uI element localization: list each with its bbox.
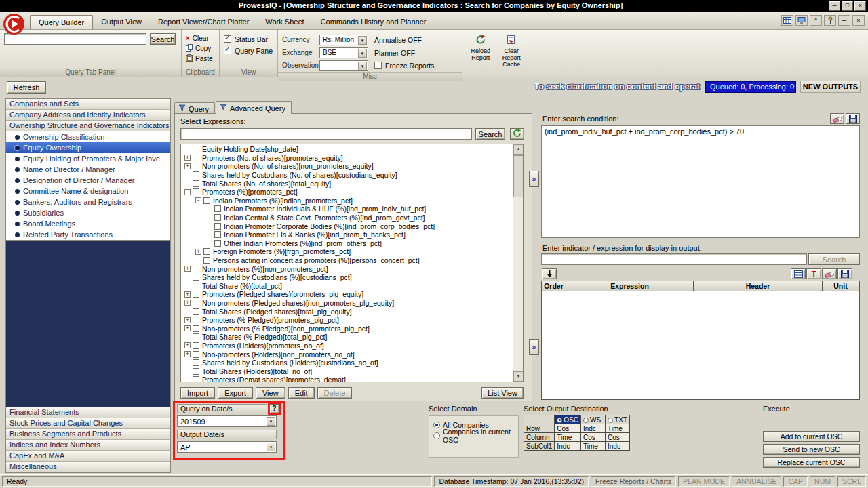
tree-item-promoters-demat-shares[interactable]: Promoters (Demat shares)[promoters_demat… (182, 375, 512, 382)
tree-checkbox[interactable] (203, 248, 210, 255)
sidebar-item-board-meetings[interactable]: Board Meetings (6, 218, 170, 229)
indicator-input[interactable] (541, 253, 807, 265)
monitor-icon[interactable] (795, 15, 808, 26)
dest-col-osc[interactable]: OSC (555, 415, 581, 424)
tree-expand-icon[interactable]: + (184, 155, 191, 161)
tree-item-promoters-holders[interactable]: +Promoters (Holders)[promoters_no_of] (182, 342, 512, 350)
menu-tab-output-view[interactable]: Output View (93, 15, 150, 29)
tree-item-promoters[interactable]: -Promoters (%)[promoters_pct] (182, 188, 512, 197)
menu-tab-commands-history-and-planner[interactable]: Commands History and Planner (313, 15, 435, 29)
sidebar-section-miscellaneous[interactable]: Miscellaneous (6, 462, 170, 472)
tree-checkbox[interactable] (193, 308, 199, 315)
tree-checkbox[interactable] (193, 291, 199, 298)
tree-checkbox[interactable] (214, 214, 221, 221)
expression-search-button[interactable]: Search (475, 128, 505, 140)
export-button[interactable]: Export (218, 387, 253, 399)
tree-expand-icon[interactable]: + (195, 249, 201, 255)
add-indicator-down-icon[interactable] (542, 268, 557, 279)
collapse-ribbon-icon[interactable]: ^ (810, 15, 822, 26)
pin-icon[interactable] (824, 15, 836, 26)
clear-report-cache-button[interactable]: Clear Report Cache (498, 31, 526, 70)
edit-button[interactable]: Edit (288, 387, 315, 399)
tree-item-total-share[interactable]: Total Share (%)[total_pct] (182, 282, 512, 291)
tree-checkbox[interactable] (193, 351, 199, 358)
tree-checkbox[interactable] (193, 163, 199, 169)
move-right-top-button[interactable]: » (529, 171, 539, 187)
tree-checkbox[interactable] (193, 146, 199, 152)
text-format-icon[interactable]: T (806, 268, 821, 279)
import-button[interactable]: Import (180, 387, 215, 399)
tree-item-non-promoters-pledged[interactable]: +Non-promoters (% Pledged)[non_promoters… (182, 324, 512, 333)
tree-item-foreign-promoters[interactable]: +Foreign Promoters (%)[frgn_promoters_pc… (182, 247, 512, 256)
tree-checkbox[interactable] (203, 197, 210, 204)
search-condition-textarea[interactable]: (ind_prom_indiv_huf_pct + ind_prom_corp_… (541, 125, 860, 238)
tree-item-total-shares-no-of-shares[interactable]: Total Shares (No. of shares)[total_equit… (182, 179, 512, 188)
window-grid-icon[interactable] (781, 15, 793, 26)
close-child-icon[interactable]: × (852, 15, 865, 26)
send-to-new-osc-button[interactable]: Send to new OSC (763, 444, 860, 455)
sidebar-item-committee-name-designation[interactable]: Committee Name & designation (6, 186, 170, 197)
tree-checkbox[interactable] (193, 376, 199, 382)
new-outputs-button[interactable]: NEW OUTPUTS (800, 81, 861, 93)
sidebar-section-companies-and-sets[interactable]: Companies and Sets (6, 99, 170, 110)
refresh-expressions-icon[interactable] (510, 128, 524, 140)
observation-select[interactable]: ▼ (319, 60, 368, 71)
sidebar-item-equity-ownership[interactable]: Equity Ownership (6, 142, 170, 153)
planner-toggle[interactable]: Planner OFF (374, 46, 434, 59)
tree-item-shares-held-by-custodians-no-of-shares[interactable]: Shares held by Custodians (No. of shares… (182, 171, 512, 180)
scroll-thumb[interactable] (513, 155, 524, 197)
tree-collapse-icon[interactable]: - (184, 189, 191, 195)
column-header-order[interactable]: Order (542, 281, 566, 291)
tree-item-non-promoters-holders[interactable]: +Non-promoters (Holders)[non_promoters_n… (182, 350, 512, 359)
expression-search-input[interactable] (180, 128, 472, 140)
tree-item-equity-holding-date[interactable]: Equity Holding Date[shp_date] (182, 145, 512, 154)
replace-current-osc-button[interactable]: Replace current OSC (763, 457, 860, 468)
status-bar-checkbox[interactable]: Status Bar (224, 33, 273, 45)
tree-checkbox[interactable] (214, 205, 221, 212)
tree-checkbox[interactable] (193, 359, 199, 366)
copy-button[interactable]: Copy (186, 43, 211, 54)
sidebar-section-financial-statements[interactable]: Financial Statements (6, 407, 170, 418)
tree-checkbox[interactable] (193, 283, 199, 289)
menu-tab-work-sheet[interactable]: Work Sheet (257, 15, 312, 29)
tree-item-shares-held-by-custodians-holders[interactable]: Shares held by Custodians (Holders)[cust… (182, 359, 512, 367)
tree-item-promoters-pledged[interactable]: +Promoters (% Pledged)[promoters_plg_pct… (182, 316, 512, 325)
tree-checkbox[interactable] (193, 342, 199, 349)
erase-output-icon[interactable] (822, 268, 837, 279)
list-view-button[interactable]: List View (481, 387, 524, 399)
tree-checkbox[interactable] (193, 317, 199, 323)
tree-checkbox[interactable] (193, 171, 199, 178)
tree-item-non-promoters[interactable]: +Non-promoters (%)[non_promoters_pct] (182, 264, 512, 273)
exchange-select[interactable]: BSE▼ (319, 47, 368, 58)
tab-query[interactable]: Query (174, 102, 215, 114)
tree-item-total-shares-pledged[interactable]: Total Shares (% Pledged)[total_plg_pct] (182, 333, 512, 342)
sidebar-section-ownership-structure-and-governance-indicators[interactable]: Ownership Structure and Governance Indic… (6, 121, 170, 131)
sidebar-item-subsidiaries[interactable]: Subsidiaries (6, 207, 170, 218)
tree-item-other-indian-promoters[interactable]: Other Indian Promoters (%)[ind_prom_othe… (182, 239, 512, 248)
reload-report-button[interactable]: Reload Report (467, 31, 495, 70)
tree-expand-icon[interactable]: + (184, 325, 191, 331)
tree-item-total-shares-pledged-shares[interactable]: Total Shares (Pledged shares)[total_plg_… (182, 307, 512, 316)
sidebar-item-related-party-transactions[interactable]: Related Party Transactions (6, 229, 170, 240)
tree-item-indian-central-state-govt-promoters[interactable]: Indian Central & State Govt. Promoters (… (182, 214, 512, 222)
query-date-select[interactable]: 201509▼ (177, 415, 277, 427)
paste-button[interactable]: Paste (186, 54, 213, 64)
output-grid-icon[interactable] (791, 268, 806, 279)
tree-item-total-shares-holders[interactable]: Total Shares (Holders)[total_no_of] (182, 367, 512, 375)
erase-condition-icon[interactable] (830, 113, 844, 124)
minimize-child-icon[interactable]: ─ (838, 15, 850, 26)
query-pane-checkbox[interactable]: Query Pane (224, 45, 273, 56)
tree-expand-icon[interactable]: + (184, 291, 191, 298)
tree-checkbox[interactable] (193, 188, 199, 195)
sidebar-section-business-segments-and-products[interactable]: Business Segments and Products (6, 429, 170, 440)
sidebar-section-stock-prices-and-capital-changes[interactable]: Stock Prices and Capital Changes (6, 418, 170, 429)
refresh-button[interactable]: Refresh (7, 81, 46, 94)
tree-expand-icon[interactable]: + (184, 317, 191, 323)
scroll-down-icon[interactable]: ▼ (513, 371, 524, 382)
annualise-toggle[interactable]: Annualise OFF (374, 33, 434, 46)
tree-expand-icon[interactable]: + (184, 163, 191, 169)
sidebar-item-equity-holding-of-promoters-major-inve[interactable]: Equity Holding of Promoters & Major Inve… (6, 153, 170, 164)
save-output-icon[interactable] (837, 268, 852, 279)
tree-item-indian-promoter-individuals-huf[interactable]: Indian Promoter Individuals & HUF (%)[in… (182, 205, 512, 214)
tree-checkbox[interactable] (193, 300, 199, 306)
